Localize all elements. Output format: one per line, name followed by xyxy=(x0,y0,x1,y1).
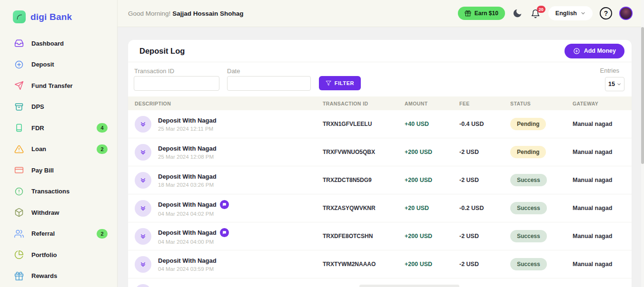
sidebar-item-icon xyxy=(14,38,24,48)
table-row[interactable]: Deposit With Nagad 04 Mar 2024 03:59 PM … xyxy=(128,250,632,278)
add-money-button[interactable]: Add Money xyxy=(565,44,624,58)
column-header: FEE xyxy=(459,101,510,106)
pagination-bar xyxy=(359,285,459,287)
chevron-down-icon xyxy=(581,11,585,16)
logo-curve-icon xyxy=(13,10,26,23)
sidebar-item-label: FDR xyxy=(31,124,44,132)
row-gateway: Manual nagad xyxy=(573,205,632,211)
earn-button[interactable]: Earn $10 xyxy=(458,7,505,20)
greeting: Good Morning!Sajjad Hossain Shohag xyxy=(128,10,244,17)
dark-mode-toggle[interactable] xyxy=(512,8,524,19)
row-description: Deposit With Nagad xyxy=(158,201,217,208)
sidebar-item[interactable]: Transactions xyxy=(0,181,117,202)
sidebar-item-icon xyxy=(14,123,24,133)
row-amount: +200 USD xyxy=(405,233,459,239)
description-cell: Deposit With Nagad 04 Mar 2024 04:02 PM xyxy=(135,200,323,217)
row-transaction-id: TRXFVWNUO5QBX xyxy=(323,149,405,155)
scrollbar-track[interactable] xyxy=(641,0,644,287)
row-transaction-id: TRXDFE8OTCSHN xyxy=(323,233,405,239)
date-input[interactable] xyxy=(227,76,311,91)
table-row[interactable]: Deposit With Nagad 04 Mar 2024 04:02 PM … xyxy=(128,194,632,222)
expand-row-icon[interactable] xyxy=(135,284,151,287)
double-chevron-down-icon[interactable] xyxy=(135,116,151,133)
plus-circle-icon xyxy=(573,48,580,55)
sidebar-item-label: DPS xyxy=(31,103,44,110)
transaction-id-input[interactable] xyxy=(134,76,219,91)
row-description: Deposit With Nagad xyxy=(158,257,217,264)
scrollbar-thumb[interactable] xyxy=(641,27,644,164)
sidebar-item-icon xyxy=(14,271,24,281)
double-chevron-down-icon[interactable] xyxy=(135,144,151,161)
row-status-badge: Success xyxy=(510,174,547,186)
double-chevron-down-icon[interactable] xyxy=(135,256,151,273)
sidebar-item-icon xyxy=(14,81,24,90)
row-amount: +200 USD xyxy=(405,261,459,268)
row-date: 25 Mar 2024 12:11 PM xyxy=(158,126,217,132)
chat-note-icon[interactable] xyxy=(220,228,229,237)
double-chevron-down-icon[interactable] xyxy=(135,200,151,217)
brand-logo[interactable]: digi Bank xyxy=(0,0,117,27)
sidebar-item[interactable]: Rewards xyxy=(0,266,117,287)
sidebar-item-label: Rewards xyxy=(31,272,57,279)
notifications-button[interactable]: 20 xyxy=(531,8,541,19)
row-transaction-id: TRXTYWM2NAAAO xyxy=(323,261,405,268)
row-fee: -2 USD xyxy=(459,177,510,183)
sidebar-item-label: Pay Bill xyxy=(31,167,54,174)
sidebar-item-icon xyxy=(14,165,24,175)
row-fee: -0.2 USD xyxy=(459,205,510,211)
filter-button[interactable]: FILTER xyxy=(319,76,361,90)
sidebar-item-badge: 4 xyxy=(97,123,108,133)
sidebar-item-icon xyxy=(14,229,24,239)
table-row[interactable]: Deposit With Nagad 18 Mar 2024 03:26 PM … xyxy=(128,166,632,194)
sidebar-item-icon xyxy=(14,144,24,154)
row-amount: +20 USD xyxy=(405,205,459,211)
table-row[interactable]: Deposit With Nagad 25 Mar 2024 12:08 PM … xyxy=(128,138,632,166)
double-chevron-down-icon[interactable] xyxy=(135,228,151,245)
table-row[interactable]: Deposit With Nagad 04 Mar 2024 04:00 PM … xyxy=(128,222,632,250)
sidebar-item[interactable]: Referral 2 xyxy=(0,223,117,245)
filter-section: Transaction ID Date FILTER Entries 15 xyxy=(128,62,632,96)
chat-note-icon[interactable] xyxy=(220,200,229,209)
sidebar-item[interactable]: Portfolio xyxy=(0,244,117,266)
row-fee: -0.4 USD xyxy=(459,121,510,127)
sidebar-item-icon xyxy=(14,208,24,217)
table-row[interactable]: Deposit With Nagad 25 Mar 2024 12:11 PM … xyxy=(128,110,632,138)
double-chevron-down-icon[interactable] xyxy=(135,172,151,189)
help-button[interactable]: ? xyxy=(600,7,612,19)
row-amount: +200 USD xyxy=(405,177,459,183)
row-description: Deposit With Nagad xyxy=(158,229,217,236)
sidebar-item-icon xyxy=(14,102,24,112)
description-cell: Deposit With Nagad 25 Mar 2024 12:11 PM xyxy=(135,116,323,133)
description-cell: Deposit With Nagad 25 Mar 2024 12:08 PM xyxy=(135,144,323,161)
date-label: Date xyxy=(227,67,240,75)
sidebar-item[interactable]: Pay Bill xyxy=(0,160,117,181)
row-date: 04 Mar 2024 03:59 PM xyxy=(158,266,217,272)
language-selector[interactable]: English xyxy=(548,6,593,20)
row-status-badge: Pending xyxy=(510,118,546,130)
sidebar-item[interactable]: Loan 2 xyxy=(0,139,117,160)
sidebar-item[interactable]: Withdraw xyxy=(0,202,117,223)
user-avatar[interactable] xyxy=(619,7,633,20)
sidebar-item[interactable]: DPS xyxy=(0,96,117,118)
sidebar-item[interactable]: Dashboard xyxy=(0,33,117,54)
sidebar-item-label: Referral xyxy=(31,230,55,237)
chevron-down-icon xyxy=(617,82,621,86)
transaction-id-label: Transaction ID xyxy=(134,67,174,75)
funnel-icon xyxy=(326,80,331,86)
row-status-badge: Pending xyxy=(510,146,546,158)
row-gateway: Manual nagad xyxy=(573,233,632,239)
sidebar-item[interactable]: Fund Transfer xyxy=(0,75,117,96)
topbar: Good Morning!Sajjad Hossain Shohag Earn … xyxy=(118,0,644,27)
row-description: Deposit With Nagad xyxy=(158,117,217,124)
entries-select[interactable]: 15 xyxy=(605,77,624,91)
language-value: English xyxy=(555,10,577,17)
sidebar-item[interactable]: Deposit xyxy=(0,54,117,76)
column-header: DESCRIPTION xyxy=(135,101,323,106)
table-body: Deposit With Nagad 25 Mar 2024 12:11 PM … xyxy=(128,110,632,278)
row-date: 25 Mar 2024 12:08 PM xyxy=(158,154,217,160)
row-fee: -2 USD xyxy=(459,261,510,268)
sidebar: digi Bank Dashboard Deposit Fund Transfe… xyxy=(0,0,118,287)
sidebar-item[interactable]: FDR 4 xyxy=(0,117,117,139)
sidebar-item-badge: 2 xyxy=(97,144,108,154)
entries-label: Entries xyxy=(600,67,619,74)
